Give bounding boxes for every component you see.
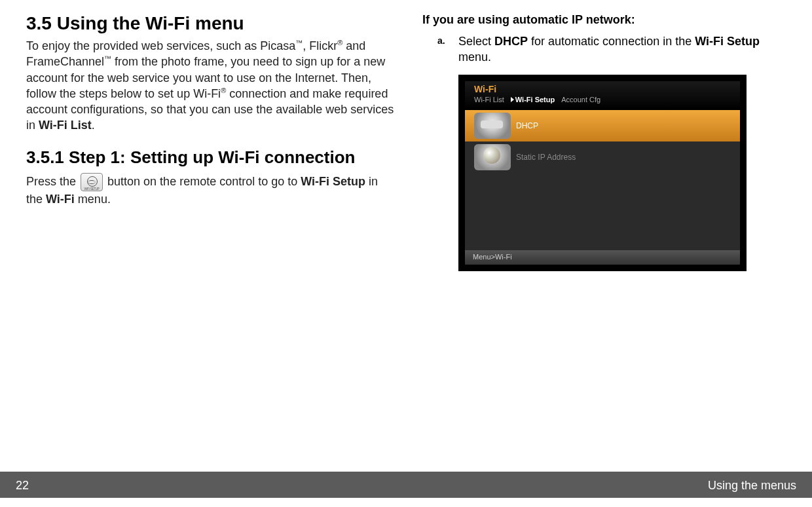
triangle-icon [511,97,514,102]
heading-main: 3.5 Using the Wi-Fi menu [26,13,396,34]
text: To enjoy the provided web services, such… [26,39,295,52]
step-list: a. Select DHCP for automatic connection … [422,33,792,66]
right-heading: If you are using automatic IP network: [422,13,792,27]
tab-wifi-setup[interactable]: Wi-Fi Setup [511,96,555,103]
row-label: DHCP [516,121,538,130]
tab-wifi-list[interactable]: Wi-Fi List [474,96,504,103]
step1-paragraph: Press the WiFi SETUP button on the remot… [26,173,396,207]
row-label: Static IP Address [516,153,576,162]
text: button on the remote control to go to [104,175,301,188]
row-dhcp[interactable]: DHCP [465,110,740,141]
bold-text: Wi-Fi [46,193,75,206]
screenshot-tabs: Wi-Fi List Wi-Fi Setup Account Cfg [465,94,740,105]
bold-text: Wi-Fi Setup [301,175,365,188]
screenshot: Wi-Fi Wi-Fi List Wi-Fi Setup Account Cfg… [458,75,747,271]
tab-label: Wi-Fi Setup [515,96,555,103]
tm-mark: ™ [295,39,303,47]
section-title: Using the menus [708,479,796,493]
text: Select [458,35,494,48]
screenshot-header: Wi-Fi Wi-Fi List Wi-Fi Setup Account Cfg [465,81,740,110]
bold-text: Wi-Fi List [39,119,92,132]
text: , Flickr [303,39,337,52]
text: menu. [75,193,111,206]
step-marker: a. [437,35,445,47]
footer-bar: 22 Using the menus [0,473,812,498]
globe-icon [474,144,511,170]
wifi-setup-button-icon: WiFi SETUP [81,173,103,191]
page-number: 22 [16,479,29,493]
screenshot-list: DHCP Static IP Address [465,110,740,173]
text: Press the [26,175,79,188]
step-item: a. Select DHCP for automatic connection … [458,33,792,66]
intro-paragraph: To enjoy the provided web services, such… [26,38,396,134]
text: menu. [458,50,491,64]
tab-account-cfg[interactable]: Account Cfg [561,96,600,103]
screenshot-inner: Wi-Fi Wi-Fi List Wi-Fi Setup Account Cfg… [465,81,740,265]
text: . [92,119,95,132]
screenshot-breadcrumb: Menu>Wi-Fi [465,250,740,265]
text: for automatic connection in the [528,35,695,48]
bold-text: DHCP [494,35,528,48]
heading-sub: 3.5.1 Step 1: Setting up Wi-Fi connectio… [26,147,396,168]
left-column: 3.5 Using the Wi-Fi menu To enjoy the pr… [26,13,396,465]
tm-mark: ™ [104,54,111,62]
icon-label: WiFi SETUP [81,187,102,191]
row-static-ip[interactable]: Static IP Address [465,141,740,173]
screenshot-title: Wi-Fi [465,81,740,94]
right-column: If you are using automatic IP network: a… [422,13,792,465]
bold-text: Wi-Fi Setup [695,35,760,48]
plug-icon [474,113,511,139]
